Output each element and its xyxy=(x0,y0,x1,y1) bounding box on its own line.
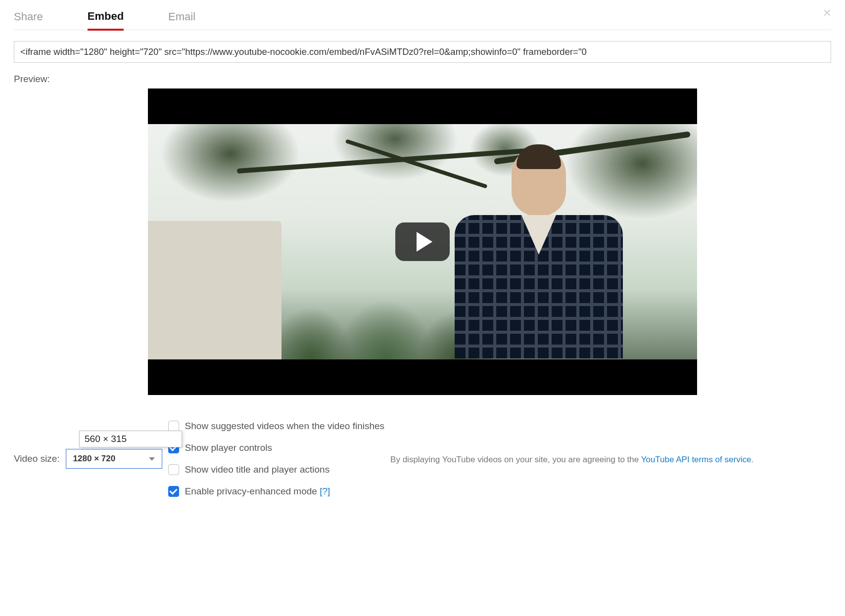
video-preview[interactable] xyxy=(148,88,697,395)
embed-code-input[interactable] xyxy=(14,41,831,63)
footer-prefix: By displaying YouTube videos on your sit… xyxy=(390,455,641,464)
preview-label: Preview: xyxy=(14,74,831,85)
option-show-controls: Show player controls xyxy=(168,442,384,453)
embed-options: Show suggested videos when the video fin… xyxy=(168,421,384,508)
label-privacy-text: Enable privacy-enhanced mode xyxy=(185,486,320,496)
video-size-dropdown[interactable]: 1280 × 720 xyxy=(66,449,162,469)
checkbox-show-suggested[interactable] xyxy=(168,421,179,432)
option-show-title: Show video title and player actions xyxy=(168,464,384,475)
size-option-560x315[interactable]: 560 × 315 xyxy=(80,431,182,447)
video-size-label: Video size: xyxy=(14,453,60,464)
play-icon xyxy=(417,232,432,252)
privacy-help-link[interactable]: [?] xyxy=(320,486,330,496)
label-show-title: Show video title and player actions xyxy=(185,464,330,475)
label-privacy-mode: Enable privacy-enhanced mode [?] xyxy=(185,486,330,497)
option-privacy-mode: Enable privacy-enhanced mode [?] xyxy=(168,486,384,497)
play-button[interactable] xyxy=(395,222,450,261)
checkbox-show-title[interactable] xyxy=(168,464,179,475)
preview-container xyxy=(14,88,831,395)
label-show-controls: Show player controls xyxy=(185,442,272,453)
footer-suffix: . xyxy=(751,455,753,464)
tab-email[interactable]: Email xyxy=(168,10,195,29)
option-show-suggested: Show suggested videos when the video fin… xyxy=(168,421,384,432)
video-size-selected: 1280 × 720 xyxy=(73,454,116,464)
label-show-suggested: Show suggested videos when the video fin… xyxy=(185,421,384,432)
checkbox-privacy-mode[interactable] xyxy=(168,486,179,497)
share-tabs: Share Embed Email × xyxy=(14,10,831,30)
footer-note: By displaying YouTube videos on your sit… xyxy=(390,455,753,465)
tos-link[interactable]: YouTube API terms of service xyxy=(641,455,751,464)
close-icon[interactable]: × xyxy=(823,5,831,21)
tab-share[interactable]: Share xyxy=(14,10,43,29)
tab-embed[interactable]: Embed xyxy=(88,10,124,31)
video-size-row: Video size: 1280 × 720 560 × 315 Show su… xyxy=(14,410,831,508)
chevron-down-icon xyxy=(149,457,155,461)
video-size-menu: 560 × 315 xyxy=(79,431,182,447)
